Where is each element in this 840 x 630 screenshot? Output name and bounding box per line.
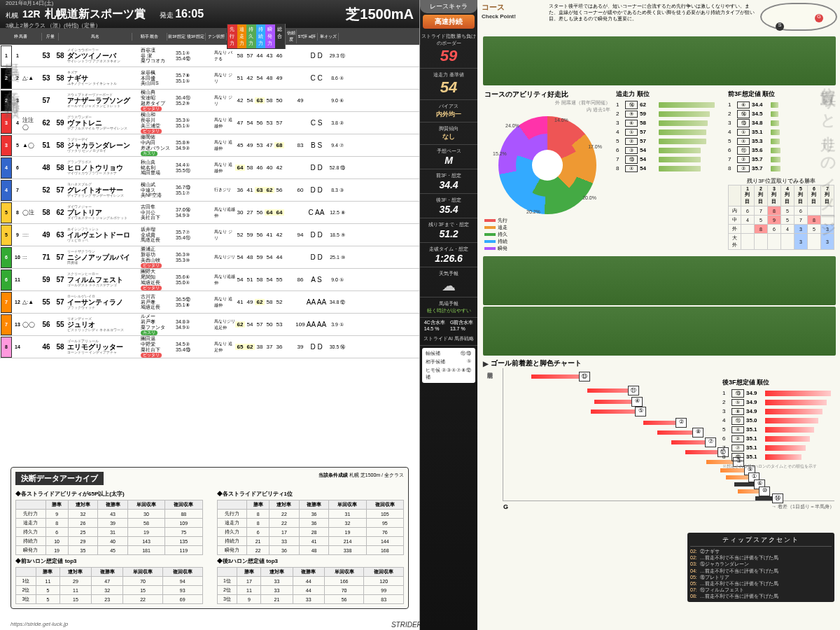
tips-title: ティップスアクセント: [690, 536, 832, 547]
donut-chart: 14.0% 17.0% 20.0% 20.2% 15.2% 24.0%: [498, 116, 596, 214]
donut-legend: 先行追走持久持続瞬発: [484, 217, 610, 252]
pace-val: M: [420, 155, 477, 166]
donut-outer-label: 外 開幕週（前年同開催）: [555, 100, 610, 105]
stride-val: 59: [420, 47, 477, 65]
rank-post3f-title: 後3F想定値 順位: [722, 378, 834, 387]
time-label: 走破タイム・想定: [420, 246, 477, 253]
m4c-val: 14.5 %: [424, 326, 445, 331]
course-map: S G: [760, 3, 837, 31]
legtype-val: なし: [420, 132, 477, 141]
donut-pct: 15.2%: [493, 151, 507, 156]
horse-row: 8 14 46 58 ゴールドアリュールエリモグリッターコーンドリー インディア…: [0, 336, 419, 358]
r3f-val: 51.2: [420, 228, 477, 239]
start-marker: S: [776, 22, 784, 31]
horse-row: 2 3 57 スウェプトオーヴァーボードアナザーラブソングオールマイジャズ タン…: [0, 90, 419, 112]
archive-cond: 当該条件成績: [318, 472, 348, 477]
tips-box: ティップスアクセント 02:②ナギサ02:…前走不利で不当に評価を下げた馬03:…: [687, 533, 834, 602]
footer-url: https://stride.get-luck.jp: [10, 621, 68, 627]
time-val: 1:26.6: [420, 253, 477, 264]
horse-row: 5 8 ◯注 58 62 ダイワメジャープレトリアダイワエステート ジャングルポ…: [0, 202, 419, 224]
cloud-icon: ☁: [420, 277, 477, 294]
course-desc: スタート後平坦ではあるが、短いコーナーに合流するため先行争いは激しくなりやすい。…: [549, 3, 756, 32]
race-venue: 札幌: [6, 11, 18, 20]
archive-cond-sub: 札幌 芝1500m / 全クラス: [349, 472, 404, 477]
horse-row: 4 6 48 58 グランプリボスヒロノトウリョウマイヴェカウフラワー スタチナ…: [0, 157, 419, 179]
post3f-val: 35.4: [420, 204, 477, 215]
donut-pct: 20.0%: [582, 195, 596, 200]
mg-label: G前含水率: [450, 319, 473, 326]
side-label-left: 出馬表と各種能力指数: [1, 49, 22, 94]
ai-picks: 軸候補⑪⑬相手候補⑤ヒモ候補②③④⑦⑧⑫: [422, 348, 475, 383]
horse-table: 枠 馬番 斤量 馬名 騎手 厩舎 前3F想定 後3F想定 テン状態 先行力追走力…: [0, 28, 419, 358]
course-title: コース Check Point!: [482, 3, 545, 32]
horse-row: 7 13 ◯◯ 56 55 リオンディーズジュリオビストリックレディ キネエコワ…: [0, 314, 419, 336]
pace-label: 予想ペース: [420, 148, 477, 155]
goal-marker: G: [815, 14, 823, 22]
weather-label: 天気予報: [420, 270, 477, 277]
post-time: 16:05: [175, 8, 204, 20]
r3f-label: 残り3Fまで・想定: [420, 221, 477, 228]
horse-row: 7 12 △:▲ 55 57 ローレルゲレイロイーサンティラノブラックウィッチ …: [0, 291, 419, 314]
rank-post3f: 1⑬34.92⑤34.93⑧34.94⑪35.05④35.16②35.17⑦35…: [722, 388, 834, 461]
cs-header: レースキャラ: [420, 0, 477, 13]
rank-chase: 1⑭622⑨593⑥584①575②576③547⑬548④54: [616, 100, 722, 173]
race-number: 12R: [22, 8, 41, 20]
rank-post3f-note: ※想定される後3ハロンのタイムとその順位を示す: [722, 463, 834, 470]
track-label: 馬場予報: [420, 300, 477, 307]
horse-row: 6 11 59 57 スクリーンヒーローフィルムフェストゴールデスト チチカステ…: [0, 269, 419, 291]
horse-row: 4 7 52 57 ヨハネスブルググレイトオーサーディアドリング サンデーサイレ…: [0, 179, 419, 202]
legtype-label: 脚質傾向: [420, 125, 477, 132]
archive-right-title: ◆各ストライドアビリティ1位: [217, 490, 405, 498]
post-label: 発走: [160, 11, 174, 19]
m4c-label: 4C含水率: [424, 319, 445, 326]
horse-row: 6 10 ::: 71 57 リーチザクラウンニシノアップルパイ田廣場 勝浦正新…: [0, 246, 419, 269]
donut-pct: 20.2%: [526, 209, 540, 214]
donut-pct: 14.0%: [554, 118, 568, 122]
center-strip: レースキャラ 高速持続 ストライド指数 勝ち負けのボーダー59 追走力 基準値5…: [420, 0, 477, 630]
archive-table-right: 勝率連対率複勝率単回収率複回収率先行力8223631105追走力82236329…: [217, 500, 405, 555]
track-vis-1: 前3ハロン: [483, 36, 836, 85]
horse-row: 1 1 53 58 メイショウボーラーダンツイノーバサイレントラヴ アグネスタキ…: [0, 45, 419, 67]
archive-table-post3f: 勝率連対率複勝率単回収率複回収率1位1733441661202位11334470…: [217, 567, 405, 604]
goal-xlabel: → 着差（1目盛り＝半馬身）: [771, 503, 834, 510]
archive-post3f-title: ◆後3ハロン想定値 top3: [217, 557, 405, 565]
donut-pct: 24.0%: [505, 123, 519, 128]
archive-title: 決断データアーカイブ: [15, 472, 104, 485]
archive-box: 決断データアーカイブ 当該条件成績 札幌 芝1500m / 全クラス ◆各ストラ…: [10, 467, 409, 609]
post3f-label: 後3F・想定: [420, 197, 477, 204]
chase-val: 54: [420, 78, 477, 97]
archive-left-title: ◆各ストライドアビリティが65P以上(太字): [15, 490, 203, 498]
horse-row: 3 5 ▲◯ 51 58 ラブリーデイジャカランダレーンヴァタリ ゼンノロブロイ…: [0, 134, 419, 157]
track-info: 芝1500mA: [346, 5, 414, 24]
donut-title: コースのアビリティ好走比: [484, 90, 610, 99]
archive-table-pre3f: 勝率連対率複勝率単回収率複回収率1位11294770942位5113215933…: [15, 567, 203, 604]
goal-title: ゴール前着差と脚色チャート: [483, 358, 834, 368]
pre3f-label: 前3F・想定: [420, 172, 477, 179]
track-note: 軽く時計が出やすい: [420, 307, 477, 314]
pre3f-val: 34.4: [420, 179, 477, 190]
stride-label: ストライド指数 勝ち負けのボーダー: [420, 33, 477, 47]
track-vis-2: 勝負所: [483, 256, 836, 305]
race-header: 2021年8月14日(土) 札幌 12R 札幌道新スポーツ賞 3歳上2勝クラス …: [0, 0, 419, 28]
cs-badge: 高速持続: [423, 15, 475, 29]
archive-table-left: 勝率連対率複勝率単回収率複回収率先行力932433088追走力826395810…: [15, 500, 203, 555]
track-vis-3: ゴール前: [483, 307, 836, 356]
donut-inner-label: 内 過去1年: [587, 107, 610, 112]
goal-g: G: [503, 503, 508, 510]
rank-chase-title: 追走力 順位: [616, 90, 722, 99]
archive-pre3f-title: ◆前3ハロン想定値 top3: [15, 557, 203, 565]
race-date: 2021年8月14日(土): [6, 0, 146, 7]
mg-val: 13.7 %: [450, 326, 473, 331]
ai-title: ストライドAI 馬券戦略: [420, 335, 477, 342]
chase-label: 追走力 基準値: [420, 71, 477, 78]
race-class: 3歳上2勝クラス （混）(特指)（定量）: [6, 22, 146, 29]
horse-row: 5 9 :::: 49 63 エイシンフラッシュイルヴェントドーロヴェビロッペ …: [0, 224, 419, 246]
donut-pct: 17.0%: [588, 144, 602, 149]
horse-row: 2 2 △:▲ 53 58 キズナナギサユキノクイーン タイキシャトル 泉谷楓本…: [0, 67, 419, 90]
bias-label: バイアス: [420, 103, 477, 110]
horse-row: 3 4 注注◯ 62 59 グラスワンダーヴァトレニデアフルスマイル サンデーサ…: [0, 112, 419, 134]
race-name: 札幌道新スポーツ賞: [45, 7, 146, 22]
bias-val: 内外均一: [420, 110, 477, 119]
